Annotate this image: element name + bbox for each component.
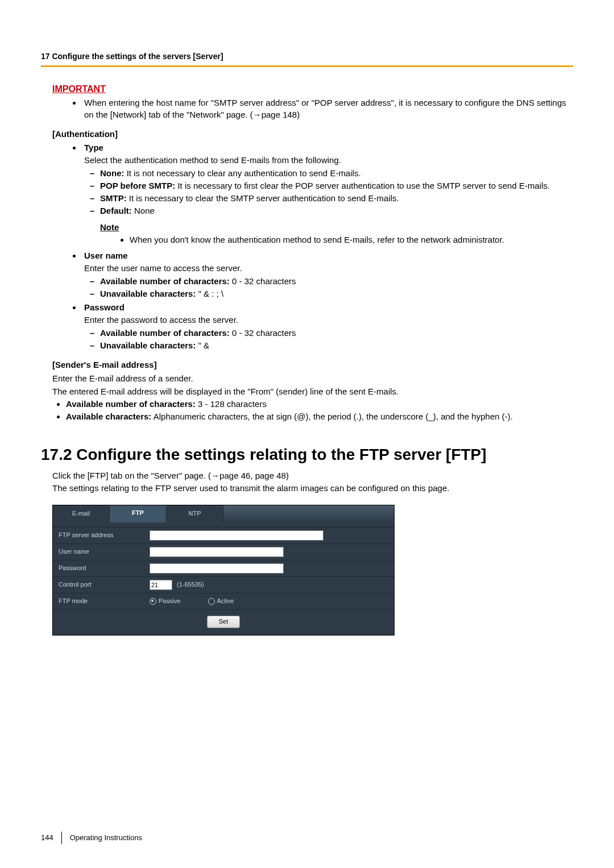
header-rule xyxy=(41,65,573,67)
running-header: 17 Configure the settings of the servers… xyxy=(41,51,573,62)
auth-pass-unavail: Unavailable characters: " & xyxy=(100,340,573,351)
footer-text: Operating Instructions xyxy=(62,833,142,843)
auth-heading: [Authentication] xyxy=(52,128,573,140)
radio-active[interactable]: Active xyxy=(208,597,234,605)
auth-pass-label: Password xyxy=(84,302,125,312)
auth-none: None: It is not necessary to clear any a… xyxy=(100,168,573,179)
important-heading: IMPORTANT xyxy=(52,83,573,95)
row-control-port: Control port (1-65535) xyxy=(53,576,394,593)
row-ftp-address: FTP server address xyxy=(53,527,394,543)
ftp-tabs: E-mail FTP NTP xyxy=(53,505,394,522)
auth-password: Password Enter the password to access th… xyxy=(82,302,573,351)
label-ftp-mode: FTP mode xyxy=(59,597,150,605)
tab-email[interactable]: E-mail xyxy=(53,505,110,522)
input-control-port[interactable] xyxy=(150,580,172,590)
ftp-footer: Set xyxy=(53,609,394,635)
auth-type-options: None: It is not necessary to clear any a… xyxy=(84,168,573,217)
ftp-config-panel: E-mail FTP NTP FTP server address User n… xyxy=(52,505,395,636)
auth-user-unavail: Unavailable characters: " & : ; \ xyxy=(100,288,573,300)
row-password: Password xyxy=(53,560,394,576)
section-17-2-heading: 17.2 Configure the settings relating to … xyxy=(41,445,573,464)
auth-pop: POP before SMTP: It is necessary to firs… xyxy=(100,180,573,192)
sender-heading: [Sender's E-mail address] xyxy=(52,359,573,371)
hint-port-range: (1-65535) xyxy=(177,580,204,589)
set-button[interactable]: Set xyxy=(207,616,240,628)
label-password: Password xyxy=(59,564,150,572)
radio-passive[interactable]: Passive xyxy=(150,597,181,605)
auth-smtp: SMTP: It is necessary to clear the SMTP … xyxy=(100,193,573,204)
auth-username: User name Enter the user name to access … xyxy=(82,250,573,300)
auth-user-label: User name xyxy=(84,251,128,260)
row-ftp-mode: FTP mode Passive Active xyxy=(53,593,394,609)
row-username: User name xyxy=(53,543,394,560)
label-ftp-address: FTP server address xyxy=(59,531,150,539)
auth-list: Type Select the authentication method to… xyxy=(52,142,573,351)
tab-filler xyxy=(223,505,394,522)
radio-dot-icon xyxy=(150,598,156,605)
label-username: User name xyxy=(59,547,150,556)
tab-ntp[interactable]: NTP xyxy=(167,505,223,522)
sender-avail-set: Available characters: Alphanumeric chara… xyxy=(66,411,573,422)
radio-dot-icon xyxy=(208,598,215,605)
auth-user-desc: Enter the user name to access the server… xyxy=(84,263,573,274)
auth-pass-details: Available number of characters: 0 - 32 c… xyxy=(84,327,573,352)
sender-avail-chars: Available number of characters: 3 - 128 … xyxy=(66,398,573,410)
label-control-port: Control port xyxy=(59,580,150,589)
note-heading: Note xyxy=(100,222,573,233)
sender-p2: The entered E-mail address will be displ… xyxy=(52,386,573,397)
ftp-body: FTP server address User name Password Co… xyxy=(53,522,394,635)
important-item: When entering the host name for "SMTP se… xyxy=(82,97,573,121)
note-list: When you don't know the authentication m… xyxy=(84,234,573,246)
tab-ftp[interactable]: FTP xyxy=(110,505,167,522)
ftp-intro-p2: The settings relating to the FTP server … xyxy=(52,483,573,494)
input-ftp-address[interactable] xyxy=(150,530,323,541)
auth-pass-avail: Available number of characters: 0 - 32 c… xyxy=(100,327,573,339)
input-password[interactable] xyxy=(150,563,284,574)
auth-type-desc: Select the authentication method to send… xyxy=(84,155,573,166)
auth-default: Default: None xyxy=(100,205,573,217)
auth-user-details: Available number of characters: 0 - 32 c… xyxy=(84,276,573,300)
auth-type: Type Select the authentication method to… xyxy=(82,142,573,246)
page-footer: 144 Operating Instructions xyxy=(41,832,142,844)
ftp-intro-p1: Click the [FTP] tab on the "Server" page… xyxy=(52,470,573,481)
auth-type-label: Type xyxy=(84,143,103,152)
auth-pass-desc: Enter the password to access the server. xyxy=(84,314,573,326)
important-list: When entering the host name for "SMTP se… xyxy=(52,97,573,121)
note-item: When you don't know the authentication m… xyxy=(130,234,573,246)
sender-p1: Enter the E-mail address of a sender. xyxy=(52,373,573,384)
sender-list: Available number of characters: 3 - 128 … xyxy=(52,398,573,423)
input-username[interactable] xyxy=(150,547,284,557)
auth-user-avail: Available number of characters: 0 - 32 c… xyxy=(100,276,573,287)
page-number: 144 xyxy=(41,832,62,844)
